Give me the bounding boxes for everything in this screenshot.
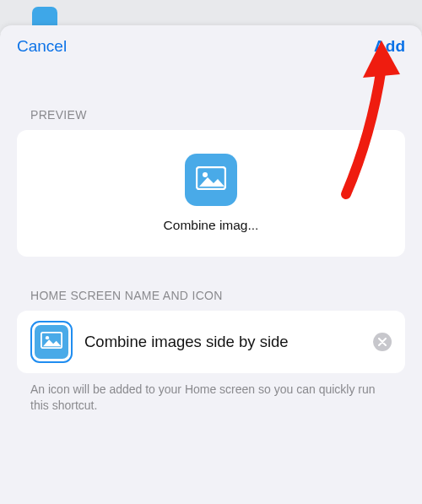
sheet-content: PREVIEW Combine imag... HOME SCREEN NAME… (0, 68, 422, 414)
icon-picker-button[interactable] (30, 321, 73, 363)
preview-card: Combine imag... (17, 130, 405, 257)
footnote-text: An icon will be added to your Home scree… (17, 373, 405, 414)
preview-app-label: Combine imag... (164, 218, 259, 233)
add-button[interactable]: Add (374, 37, 405, 56)
nav-bar: Cancel Add (0, 25, 422, 68)
name-icon-card (17, 311, 405, 373)
icon-thumbnail (35, 325, 68, 359)
preview-section-header: PREVIEW (17, 108, 405, 122)
cancel-button[interactable]: Cancel (17, 37, 67, 56)
x-icon (378, 334, 387, 350)
name-icon-section-header: HOME SCREEN NAME AND ICON (17, 289, 405, 302)
svg-point-3 (46, 336, 49, 339)
photo-icon (41, 332, 62, 352)
preview-app-icon (185, 154, 237, 206)
photo-icon (196, 166, 226, 193)
shortcut-name-input[interactable] (84, 333, 361, 351)
svg-point-1 (203, 172, 208, 177)
add-to-home-screen-sheet: Cancel Add PREVIEW Combine imag... HOME … (0, 25, 422, 504)
clear-text-button[interactable] (373, 333, 392, 351)
